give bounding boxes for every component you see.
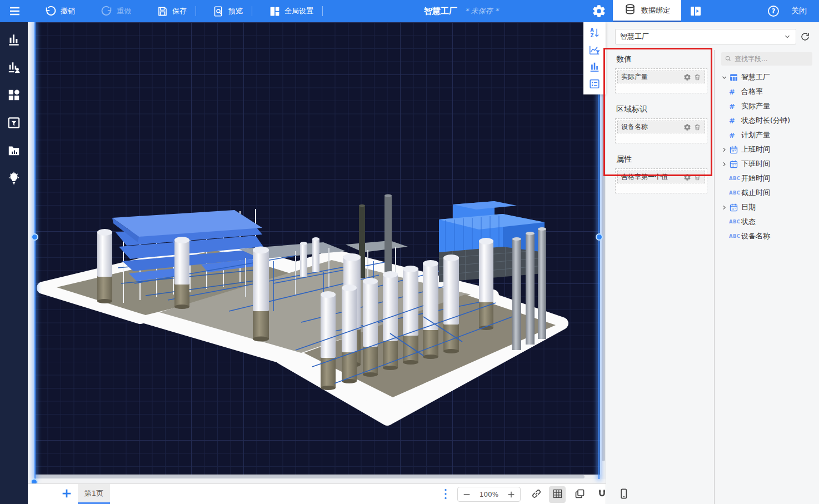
tree-node-string-field[interactable]: ABC 开始时间 xyxy=(729,171,814,186)
field-delete-trash-icon[interactable] xyxy=(693,123,701,131)
dataset-select[interactable]: 智慧工厂 xyxy=(615,29,796,44)
toolbar-separator xyxy=(252,6,252,16)
tree-node-string-field[interactable]: ABC 状态 xyxy=(729,214,814,229)
bound-field-chip[interactable]: 实际产量 xyxy=(617,71,705,83)
bound-field-name: 合格率第一个值 xyxy=(621,172,681,182)
table-icon xyxy=(729,73,741,82)
tree-node-string-field[interactable]: ABC 截止时间 xyxy=(729,186,814,200)
redo-label: 重做 xyxy=(117,6,131,16)
unsaved-badge: * 未保存 * xyxy=(465,6,498,16)
link-icon xyxy=(531,488,542,502)
layers-button[interactable] xyxy=(571,486,588,503)
chevron-right-icon[interactable] xyxy=(721,204,729,211)
bound-field-name: 设备名称 xyxy=(621,122,681,132)
field-list-panel: 智慧工厂 # 合格率 # 实际产量 # 状态时长(分钟) # 计划产量 xyxy=(715,50,819,504)
magnet-snap-button[interactable] xyxy=(593,486,610,503)
global-settings-icon xyxy=(269,6,281,17)
sidebar-item-widgets[interactable] xyxy=(0,82,28,110)
bar-chart-icon xyxy=(7,32,21,49)
page-title: 智慧工厂 xyxy=(424,6,457,17)
horizontal-scrollbar[interactable] xyxy=(34,475,600,479)
undo-icon xyxy=(44,5,57,17)
sidebar-item-charts[interactable] xyxy=(0,27,28,54)
help-button[interactable]: ? xyxy=(761,0,786,22)
bound-field-chip[interactable]: 合格率第一个值 xyxy=(617,171,705,183)
more-options-button[interactable] xyxy=(441,487,450,501)
preview-button[interactable]: 预览 xyxy=(207,0,248,22)
tree-node-string-field[interactable]: ABC 设备名称 xyxy=(729,229,814,243)
panel-toggle-button[interactable] xyxy=(681,0,710,22)
sort-az-icon[interactable]: A Z xyxy=(588,27,601,39)
tree-node-table[interactable]: 智慧工厂 xyxy=(721,70,814,84)
tree-node-number-field[interactable]: # 合格率 xyxy=(729,84,814,99)
zoom-in-button[interactable] xyxy=(507,490,516,499)
field-delete-trash-icon[interactable] xyxy=(693,73,701,81)
link-button[interactable] xyxy=(528,486,545,503)
close-label: 关闭 xyxy=(791,6,807,16)
chart-filter-icon[interactable] xyxy=(588,44,601,56)
field-search-input[interactable] xyxy=(735,55,807,63)
tree-node-number-field[interactable]: # 状态时长(分钟) xyxy=(729,113,814,128)
bar-chart-icon[interactable] xyxy=(588,61,601,73)
tree-node-date-group[interactable]: 下班时间 xyxy=(721,157,814,171)
help-icon: ? xyxy=(767,4,780,18)
bound-field-chip[interactable]: 设备名称 xyxy=(617,121,705,133)
search-icon xyxy=(725,54,732,64)
field-delete-trash-icon[interactable] xyxy=(693,173,701,181)
global-settings-label: 全局设置 xyxy=(284,6,313,16)
save-button[interactable]: 保存 xyxy=(151,0,192,22)
chevron-down-icon[interactable] xyxy=(721,74,729,81)
chevron-down-icon xyxy=(783,33,791,41)
grid-toggle-button[interactable] xyxy=(549,486,566,503)
main-menu-button[interactable] xyxy=(0,0,29,22)
redo-button[interactable]: 重做 xyxy=(95,0,137,22)
toolbar-separator xyxy=(196,6,196,16)
resize-handle-left[interactable] xyxy=(31,233,38,241)
close-button[interactable]: 关闭 xyxy=(786,0,819,22)
filter-box-icon xyxy=(7,116,21,132)
add-page-button[interactable] xyxy=(59,487,74,502)
tree-node-date-group[interactable]: 日期 xyxy=(721,200,814,214)
selection-border-left xyxy=(34,22,36,479)
field-settings-gear-icon[interactable] xyxy=(683,173,691,181)
binding-dropzone-attribute[interactable]: 合格率第一个值 xyxy=(615,168,707,193)
field-settings-gear-icon[interactable] xyxy=(683,123,691,131)
bottom-bar: 第1页 100% xyxy=(28,483,606,504)
zoom-out-button[interactable] xyxy=(462,490,471,499)
number-field-icon: # xyxy=(729,88,741,96)
top-toolbar: 撤销 重做 保存 预览 全局设置 智慧工厂 * 未保存 * xyxy=(0,0,819,22)
form-icon[interactable] xyxy=(588,78,601,90)
tab-data-binding[interactable]: 数据绑定 xyxy=(613,0,681,22)
design-canvas[interactable] xyxy=(34,22,600,479)
bound-field-name: 实际产量 xyxy=(621,72,681,82)
tree-node-number-field[interactable]: # 计划产量 xyxy=(729,128,814,142)
undo-button[interactable]: 撤销 xyxy=(39,0,81,22)
calendar-icon xyxy=(729,203,741,212)
magnet-icon xyxy=(596,488,608,502)
mobile-preview-button[interactable] xyxy=(615,486,632,503)
sidebar-item-chart-analysis[interactable] xyxy=(0,54,28,82)
factory-3d-scene[interactable] xyxy=(34,22,600,479)
gear-icon xyxy=(592,4,606,18)
sidebar-item-materials[interactable] xyxy=(0,138,28,166)
binding-dropzone-area-id[interactable]: 设备名称 xyxy=(615,118,707,143)
tree-node-date-group[interactable]: 上班时间 xyxy=(721,142,814,157)
chart-user-icon xyxy=(7,60,21,77)
zoom-level: 100% xyxy=(480,491,498,498)
binding-section-label: 属性 xyxy=(616,154,707,164)
sidebar-item-filter[interactable] xyxy=(0,110,28,138)
resize-handle-right[interactable] xyxy=(596,233,603,241)
calendar-icon xyxy=(729,159,741,169)
field-search-box[interactable] xyxy=(721,52,812,66)
settings-button[interactable] xyxy=(585,0,613,22)
sidebar-item-tips[interactable] xyxy=(0,166,28,193)
field-settings-gear-icon[interactable] xyxy=(683,73,691,81)
chevron-right-icon[interactable] xyxy=(721,147,729,153)
global-settings-button[interactable]: 全局设置 xyxy=(263,0,319,22)
refresh-button[interactable] xyxy=(800,32,810,42)
page-tab-1[interactable]: 第1页 xyxy=(78,484,110,504)
binding-dropzone-value[interactable]: 实际产量 xyxy=(615,68,707,93)
chevron-right-icon[interactable] xyxy=(721,161,729,167)
tree-node-number-field[interactable]: # 实际产量 xyxy=(729,99,814,113)
binding-section-label: 数值 xyxy=(616,54,707,64)
